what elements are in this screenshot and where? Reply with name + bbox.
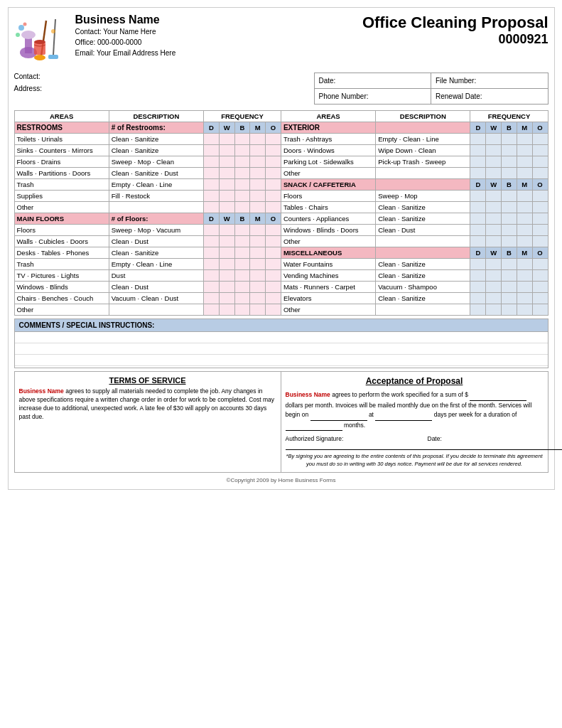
freq-b[interactable] xyxy=(234,293,250,304)
freq-m[interactable] xyxy=(250,304,266,316)
comments-body[interactable] xyxy=(15,332,548,368)
freq-b[interactable] xyxy=(234,134,250,145)
freq-w[interactable] xyxy=(219,191,234,202)
freq-d[interactable] xyxy=(203,236,219,247)
sig-input[interactable] xyxy=(286,442,428,450)
right-freq-d[interactable] xyxy=(470,202,486,213)
right-freq-d[interactable] xyxy=(470,191,486,202)
freq-m[interactable] xyxy=(250,259,266,270)
right-freq-o[interactable] xyxy=(532,156,548,168)
right-freq-m[interactable] xyxy=(517,213,532,225)
right-freq-o[interactable] xyxy=(532,270,548,282)
right-freq-d[interactable] xyxy=(470,304,486,316)
right-freq-b[interactable] xyxy=(502,191,517,202)
freq-d[interactable] xyxy=(203,293,219,304)
right-freq-w[interactable] xyxy=(486,202,502,213)
right-freq-b[interactable] xyxy=(502,259,517,270)
right-freq-o[interactable] xyxy=(532,259,548,270)
freq-d[interactable] xyxy=(203,168,219,179)
right-freq-b[interactable] xyxy=(502,202,517,213)
date-input[interactable] xyxy=(428,442,563,450)
freq-o[interactable] xyxy=(266,304,281,316)
right-freq-w[interactable] xyxy=(486,156,502,168)
freq-o[interactable] xyxy=(266,293,281,304)
freq-w[interactable] xyxy=(219,134,234,145)
freq-b[interactable] xyxy=(234,191,250,202)
freq-d[interactable] xyxy=(203,259,219,270)
freq-d[interactable] xyxy=(203,247,219,259)
right-freq-w[interactable] xyxy=(486,259,502,270)
right-freq-d[interactable] xyxy=(470,236,486,247)
freq-w[interactable] xyxy=(219,168,234,179)
right-freq-d[interactable] xyxy=(470,225,486,236)
acceptance-duration[interactable] xyxy=(286,421,342,432)
freq-m[interactable] xyxy=(250,156,266,168)
acceptance-amount[interactable] xyxy=(470,390,526,401)
freq-b[interactable] xyxy=(234,270,250,282)
freq-w[interactable] xyxy=(219,145,234,156)
right-freq-o[interactable] xyxy=(532,191,548,202)
right-freq-o[interactable] xyxy=(532,236,548,247)
right-freq-m[interactable] xyxy=(517,191,532,202)
freq-d[interactable] xyxy=(203,191,219,202)
right-freq-d[interactable] xyxy=(470,213,486,225)
right-freq-b[interactable] xyxy=(502,168,517,179)
freq-w[interactable] xyxy=(219,282,234,293)
right-freq-m[interactable] xyxy=(517,259,532,270)
freq-o[interactable] xyxy=(266,191,281,202)
freq-m[interactable] xyxy=(250,145,266,156)
freq-o[interactable] xyxy=(266,168,281,179)
freq-w[interactable] xyxy=(219,179,234,191)
right-freq-o[interactable] xyxy=(532,304,548,316)
right-freq-m[interactable] xyxy=(517,156,532,168)
right-freq-o[interactable] xyxy=(532,225,548,236)
freq-d[interactable] xyxy=(203,202,219,213)
right-freq-m[interactable] xyxy=(517,293,532,304)
freq-w[interactable] xyxy=(219,304,234,316)
right-freq-d[interactable] xyxy=(470,168,486,179)
freq-b[interactable] xyxy=(234,259,250,270)
right-freq-o[interactable] xyxy=(532,168,548,179)
right-freq-w[interactable] xyxy=(486,304,502,316)
right-freq-w[interactable] xyxy=(486,270,502,282)
right-freq-d[interactable] xyxy=(470,134,486,145)
right-freq-d[interactable] xyxy=(470,282,486,293)
right-freq-m[interactable] xyxy=(517,134,532,145)
right-freq-d[interactable] xyxy=(470,293,486,304)
right-freq-m[interactable] xyxy=(517,202,532,213)
acceptance-start-date[interactable] xyxy=(310,410,367,421)
freq-o[interactable] xyxy=(266,236,281,247)
right-freq-o[interactable] xyxy=(532,293,548,304)
freq-w[interactable] xyxy=(219,156,234,168)
right-freq-w[interactable] xyxy=(486,213,502,225)
freq-w[interactable] xyxy=(219,270,234,282)
right-freq-b[interactable] xyxy=(502,293,517,304)
freq-m[interactable] xyxy=(250,191,266,202)
right-freq-w[interactable] xyxy=(486,225,502,236)
freq-m[interactable] xyxy=(250,293,266,304)
freq-d[interactable] xyxy=(203,304,219,316)
freq-w[interactable] xyxy=(219,247,234,259)
right-freq-d[interactable] xyxy=(470,270,486,282)
freq-m[interactable] xyxy=(250,225,266,236)
freq-w[interactable] xyxy=(219,259,234,270)
right-freq-o[interactable] xyxy=(532,145,548,156)
freq-o[interactable] xyxy=(266,259,281,270)
right-freq-m[interactable] xyxy=(517,270,532,282)
freq-b[interactable] xyxy=(234,247,250,259)
right-freq-w[interactable] xyxy=(486,191,502,202)
right-freq-d[interactable] xyxy=(470,259,486,270)
freq-w[interactable] xyxy=(219,202,234,213)
acceptance-days[interactable] xyxy=(375,410,432,421)
freq-o[interactable] xyxy=(266,202,281,213)
freq-b[interactable] xyxy=(234,168,250,179)
right-freq-w[interactable] xyxy=(486,168,502,179)
right-freq-b[interactable] xyxy=(502,270,517,282)
right-freq-w[interactable] xyxy=(486,134,502,145)
right-freq-o[interactable] xyxy=(532,213,548,225)
freq-b[interactable] xyxy=(234,179,250,191)
freq-d[interactable] xyxy=(203,270,219,282)
freq-o[interactable] xyxy=(266,282,281,293)
freq-w[interactable] xyxy=(219,293,234,304)
right-freq-m[interactable] xyxy=(517,282,532,293)
